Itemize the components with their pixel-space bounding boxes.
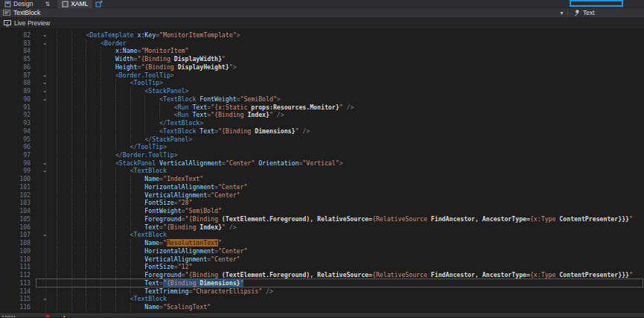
code-line[interactable]: 102 VerticalAlignment="Center" — [0, 191, 644, 200]
fold-chevron-icon[interactable]: ⌄ — [36, 71, 54, 80]
code-line[interactable]: 107⌄ <TextBlock — [0, 231, 644, 239]
indent-guide — [101, 159, 101, 168]
indent-guide — [115, 207, 116, 215]
indent-guide — [115, 255, 116, 264]
code-line[interactable]: 100 Name="IndexText" — [0, 175, 644, 183]
line-number: 92 — [0, 111, 36, 119]
indent-guide — [86, 119, 86, 127]
fold-chevron-icon[interactable]: ⌄ — [36, 39, 54, 48]
indent-guide — [130, 199, 131, 207]
code-line[interactable]: 90⌄ <TextBlock FontWeight="SemiBold"> — [0, 95, 644, 104]
fold-chevron-icon[interactable]: ⌄ — [36, 295, 54, 303]
code-line[interactable]: 88⌄ <ToolTip> — [0, 79, 644, 87]
indent-guide — [71, 136, 72, 144]
code-text: Name="ScalingText" — [54, 303, 644, 311]
design-view-icon — [4, 1, 11, 7]
fold-column — [36, 151, 54, 159]
line-number: 106 — [0, 223, 36, 232]
property-context-label: Text — [583, 9, 595, 16]
indent-guide — [130, 255, 131, 264]
code-line[interactable]: 106 Text="{Binding Index}" /> — [0, 223, 644, 232]
line-number: 109 — [0, 247, 36, 255]
fold-column — [36, 136, 54, 144]
code-line[interactable]: 97 </Border.ToolTip> — [0, 151, 644, 159]
fold-column — [36, 215, 54, 223]
code-line[interactable]: 93 </TextBlock> — [0, 119, 644, 127]
fold-chevron-icon[interactable]: ⌄ — [36, 159, 54, 168]
indent-guide — [101, 79, 101, 87]
code-text: Text="{Binding Index}" /> — [54, 223, 644, 232]
focused-toolbar-control[interactable] — [570, 0, 623, 7]
code-line[interactable]: 114 TextTrimming="CharacterEllipsis" /> — [0, 287, 644, 296]
indent-guide — [130, 263, 131, 271]
breadcrumb-element-name: TextBlock — [13, 9, 40, 16]
error-icon[interactable] — [45, 315, 50, 317]
code-line[interactable]: 86 Height="{Binding DisplayHeight}"> — [0, 63, 644, 71]
code-line[interactable]: 104 FontWeight="SemiBold" — [0, 207, 644, 215]
fold-chevron-icon[interactable]: ⌄ — [36, 87, 54, 95]
code-line[interactable]: 113 Text="{Binding Dimensions}" — [0, 279, 644, 287]
code-line[interactable]: 101 HorizontalAlignment="Center" — [0, 183, 644, 191]
tab-xaml[interactable]: XAML — [57, 0, 92, 8]
code-line[interactable]: 83⌄ <Border — [0, 39, 644, 48]
fold-chevron-icon[interactable]: ⌄ — [36, 167, 54, 175]
warning-icon[interactable]: ▲ — [62, 314, 66, 317]
code-line[interactable]: 112 Foreground="{Binding (TextElement.Fo… — [0, 271, 644, 279]
breadcrumb-dropdown-icon[interactable]: ▼ — [559, 10, 564, 16]
indent-guide — [71, 31, 72, 39]
code-line[interactable]: 96 </ToolTip> — [0, 143, 644, 151]
line-number: 96 — [0, 143, 36, 151]
fold-chevron-icon[interactable]: ⌄ — [36, 95, 54, 104]
indent-guide — [101, 247, 101, 255]
xaml-document-icon — [62, 1, 68, 7]
fold-column — [36, 63, 54, 71]
code-editor[interactable]: 82⌄ <DataTemplate x:Key="MonitorItemTemp… — [0, 29, 644, 314]
element-breadcrumb-combo[interactable]: TextBlock ▼ — [0, 8, 567, 18]
indent-guide — [115, 127, 116, 136]
line-number: 97 — [0, 151, 36, 159]
code-line[interactable]: 95 </StackPanel> — [0, 136, 644, 144]
popout-window-icon[interactable] — [95, 1, 103, 7]
live-preview-icon — [4, 20, 11, 27]
code-text: <StackPanel> — [54, 87, 644, 95]
indent-guide — [86, 47, 86, 55]
line-number: 82 — [0, 31, 36, 39]
line-number: 113 — [0, 279, 36, 287]
fold-chevron-icon[interactable]: ⌄ — [36, 79, 54, 87]
property-context[interactable]: Text — [568, 9, 595, 16]
zoom-level[interactable]: 100% — [1, 314, 16, 317]
code-line[interactable]: 103 FontSize="28" — [0, 199, 644, 207]
indent-guide — [101, 104, 101, 112]
code-line[interactable]: 99⌄ <TextBlock — [0, 167, 644, 175]
indent-guide — [57, 207, 57, 215]
code-line[interactable]: 91 <Run Text="{x:Static props:Resources.… — [0, 104, 644, 112]
indent-guide — [71, 207, 72, 215]
code-line[interactable]: 89⌄ <StackPanel> — [0, 87, 644, 95]
indent-guide — [71, 247, 72, 255]
code-line[interactable]: 108 Name="ResolutionText" — [0, 239, 644, 247]
indent-guide — [57, 247, 57, 255]
fold-chevron-icon[interactable]: ⌄ — [36, 231, 54, 239]
code-line[interactable]: 116 Name="ScalingText" — [0, 303, 644, 311]
fold-column — [36, 119, 54, 127]
code-line[interactable]: 94 <TextBlock Text="{Binding Dimensions}… — [0, 127, 644, 136]
code-text: <TextBlock — [54, 231, 644, 239]
indent-guide — [57, 287, 57, 296]
tab-design[interactable]: Design — [0, 0, 37, 8]
code-line[interactable]: 105 Foreground="{Binding (TextElement.Fo… — [0, 215, 644, 223]
indent-guide — [57, 127, 57, 136]
code-line[interactable]: 82⌄ <DataTemplate x:Key="MonitorItemTemp… — [0, 31, 644, 39]
code-line[interactable]: 98⌄ <StackPanel VerticalAlignment="Cente… — [0, 159, 644, 168]
fold-chevron-icon[interactable]: ⌄ — [36, 31, 54, 39]
code-line[interactable]: 84 x:Name="MonitorItem" — [0, 47, 644, 55]
code-line[interactable]: 115⌄ <TextBlock — [0, 295, 644, 303]
swap-panes-icon[interactable]: ⇅ — [45, 0, 50, 8]
indent-guide — [86, 136, 86, 144]
code-line[interactable]: 110 VerticalAlignment="Center" — [0, 255, 644, 264]
code-line[interactable]: 87⌄ <Border.ToolTip> — [0, 71, 644, 80]
code-line[interactable]: 85 Width="{Binding DisplayWidth}" — [0, 55, 644, 63]
indent-guide — [71, 87, 72, 95]
code-line[interactable]: 111 FontSize="12" — [0, 263, 644, 271]
code-line[interactable]: 109 HorizontalAlignment="Center" — [0, 247, 644, 255]
code-line[interactable]: 92 <Run Text="{Binding Index}" /> — [0, 111, 644, 119]
